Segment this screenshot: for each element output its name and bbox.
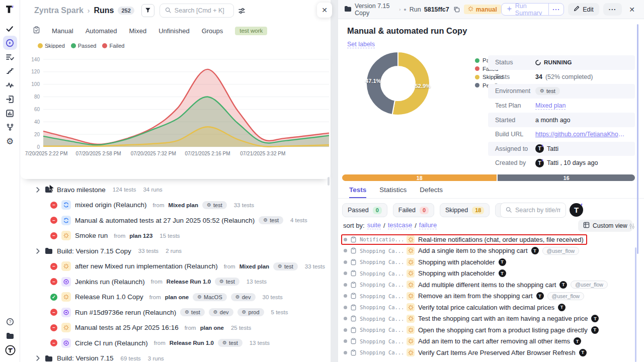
test-row[interactable]: Shopping Ca...Verify total price calcula… xyxy=(338,302,640,313)
run-title[interactable]: Manual tests at 25 Apr 2025 16:16 xyxy=(75,324,179,331)
run-row[interactable]: −Circle CI run (Relaunch)fromRelease Run… xyxy=(20,335,331,351)
plan-name[interactable]: Release Run 1.0 xyxy=(167,279,211,285)
run-title[interactable]: after new Mixed run implementation (Rela… xyxy=(75,262,218,270)
run-row[interactable]: ✓Release Run 1.0 Copyfromplan one⚙MacOS⚙… xyxy=(20,290,331,305)
rail-item-help[interactable]: ? xyxy=(3,315,17,329)
rail-item-branch[interactable] xyxy=(3,120,17,134)
test-title[interactable]: Verify total price calculation with deci… xyxy=(418,304,554,311)
tab-statistics[interactable]: Statistics xyxy=(379,186,407,198)
test-title[interactable]: Add multiple different items to the shop… xyxy=(418,281,556,289)
test-row[interactable]: Shopping Ca...Add a single item to the s… xyxy=(338,245,640,257)
chevron-right-icon[interactable] xyxy=(36,355,40,361)
filter-pill-passed[interactable]: Passed0 xyxy=(342,203,387,217)
test-title[interactable]: Verify Cart Items Are Preserved After Br… xyxy=(418,349,576,356)
filter-button[interactable] xyxy=(141,4,154,17)
test-row[interactable]: Shopping Ca...Verify Cart Items Are Pres… xyxy=(338,347,640,358)
run-group-row[interactable]: Build: Version 7.1569 tests3 runs xyxy=(20,351,331,362)
set-labels-link[interactable]: Set labels xyxy=(347,41,375,48)
sort-by-failure[interactable]: failure xyxy=(419,221,437,229)
test-title[interactable]: Shopping with placeholder xyxy=(418,269,495,277)
rail-item-list-check[interactable] xyxy=(3,50,17,64)
test-title[interactable]: Add a single item to the shopping cart xyxy=(418,247,528,254)
rail-item-logo-circle[interactable] xyxy=(3,343,17,357)
plan-name[interactable]: plan one xyxy=(200,325,224,331)
plan-name[interactable]: Mixed plan xyxy=(169,202,198,208)
chevron-right-icon[interactable] xyxy=(36,248,40,254)
tests-list-scrollbar[interactable] xyxy=(635,247,636,362)
test-row[interactable]: Shopping Ca...Remove an item from the sh… xyxy=(338,291,640,302)
test-title[interactable]: Remove an item from the shopping cart xyxy=(418,292,533,300)
breadcrumb-project[interactable]: Zyntra Spark xyxy=(34,6,84,15)
run-title[interactable]: Smoke run xyxy=(75,232,108,239)
test-title[interactable]: Test the shopping cart with an item havi… xyxy=(418,315,588,322)
run-title[interactable]: Release Run 1.0 Copy xyxy=(75,293,143,301)
close-runs-panel-button[interactable]: ✕ xyxy=(317,3,332,18)
run-title[interactable]: Run #15d9736e rerun (Relaunch) xyxy=(75,309,176,316)
clipboard-check-icon[interactable] xyxy=(33,26,40,36)
run-title[interactable]: mixed origin (Relaunch) xyxy=(75,201,147,209)
test-title[interactable]: Open the shopping cart from a product li… xyxy=(418,326,588,334)
sort-by-suite[interactable]: suite xyxy=(367,221,381,229)
test-row[interactable]: Shopping Ca...Shopping with placeholderT xyxy=(338,256,640,268)
custom-view-button[interactable]: Custom view xyxy=(578,220,632,232)
view-options-icon[interactable] xyxy=(238,8,246,14)
rail-item-import[interactable] xyxy=(3,92,17,106)
test-plan-link[interactable]: Mixed plan xyxy=(535,102,566,110)
runs-tab-manual[interactable]: Manual xyxy=(52,27,73,35)
run-group-title[interactable]: Build: Version 7.15 xyxy=(57,354,114,362)
rail-item-folder[interactable] xyxy=(3,329,17,343)
run-row[interactable]: −Smoke runfromplan 12315 tests xyxy=(20,228,331,244)
test-row[interactable]: Shopping Ca...Add multiple different ite… xyxy=(338,279,640,291)
test-row[interactable]: Shopping Ca...Shopping with placeholderT xyxy=(338,268,640,280)
column-settings-icon[interactable] xyxy=(627,223,636,230)
test-title[interactable]: Shopping with placeholder xyxy=(418,258,495,266)
runs-tab-groups[interactable]: Groups xyxy=(202,27,223,35)
run-row[interactable]: −Jenkins run (Relaunch)fromRelease Run 1… xyxy=(20,274,331,290)
run-group-title[interactable]: Build: Version 7.15 Copy xyxy=(57,247,131,255)
close-detail-button[interactable]: ✕ xyxy=(626,6,638,14)
test-row[interactable]: Shopping Ca...Add an item to the cart af… xyxy=(338,336,640,347)
runs-search-input[interactable] xyxy=(175,7,228,14)
plan-name[interactable]: plan one xyxy=(165,294,189,300)
plan-name[interactable]: plan 123 xyxy=(129,233,152,239)
more-actions-button[interactable]: ··· xyxy=(603,3,622,16)
chevron-right-icon[interactable] xyxy=(36,187,40,193)
rail-item-play-circle[interactable] xyxy=(3,36,17,50)
copy-icon[interactable] xyxy=(453,6,460,13)
tab-tests[interactable]: Tests xyxy=(349,186,366,198)
run-row[interactable]: −mixed origin (Relaunch)fromMixed plan⚙t… xyxy=(20,198,331,213)
test-row[interactable]: Shopping Ca...Test the shopping cart wit… xyxy=(338,313,640,325)
sort-by-testcase[interactable]: testcase xyxy=(388,221,412,229)
rail-item-chart-box[interactable] xyxy=(3,106,17,120)
test-title[interactable]: Real-time notifications (chat, order upd… xyxy=(418,236,584,243)
filter-pill-failed[interactable]: Failed0 xyxy=(393,203,434,217)
build-url-link[interactable]: https://github.com/TetianaKhomen... xyxy=(535,131,627,138)
run-summary-more-button[interactable]: ··· xyxy=(548,4,564,15)
plan-name[interactable]: Release Run 1.0 xyxy=(170,340,214,346)
runs-tab-mixed[interactable]: Mixed xyxy=(129,27,147,35)
plan-name[interactable]: Mixed plan xyxy=(239,263,269,269)
run-row[interactable]: −after new Mixed run implementation (Rel… xyxy=(20,259,331,275)
rail-item-stairs[interactable] xyxy=(3,64,17,78)
rail-item-check[interactable] xyxy=(3,22,17,36)
run-summary-button[interactable]: Run Summary ··· xyxy=(501,3,564,16)
edit-button[interactable]: Edit xyxy=(568,3,599,16)
run-title[interactable]: Manual & automated tests at 27 Jun 2025 … xyxy=(75,217,255,224)
user-avatar[interactable]: T xyxy=(570,203,583,217)
runs-tab-unfinished[interactable]: Unfinished xyxy=(158,27,189,35)
rail-item-gear[interactable]: ⚙ xyxy=(3,134,17,148)
rail-item-activity[interactable] xyxy=(3,78,17,92)
test-title[interactable]: Add an item to the cart after removing a… xyxy=(418,337,570,345)
test-row[interactable]: Shopping Ca...Open the shopping cart fro… xyxy=(338,324,640,336)
breadcrumb-folder[interactable]: Version 7.15 Copy xyxy=(355,3,396,17)
run-row[interactable]: −Run #15d9736e rerun (Relaunch)⚙test⚙dev… xyxy=(20,305,331,320)
run-row[interactable]: −Manual & automated tests at 27 Jun 2025… xyxy=(20,213,331,228)
run-row[interactable]: −Manual tests at 25 Apr 2025 16:16frompl… xyxy=(20,320,331,336)
run-group-title[interactable]: Bravo milestone xyxy=(57,186,106,194)
tab-defects[interactable]: Defects xyxy=(420,186,443,198)
filter-tag-badge[interactable]: test work xyxy=(235,27,267,35)
app-logo-icon[interactable] xyxy=(0,4,20,15)
run-group-row[interactable]: Build: Version 7.15 Copy33 tests2 runs xyxy=(20,243,331,259)
run-title[interactable]: Circle CI run (Relaunch) xyxy=(75,339,148,347)
test-row[interactable]: Notificatio...Real-time notifications (c… xyxy=(338,234,640,245)
